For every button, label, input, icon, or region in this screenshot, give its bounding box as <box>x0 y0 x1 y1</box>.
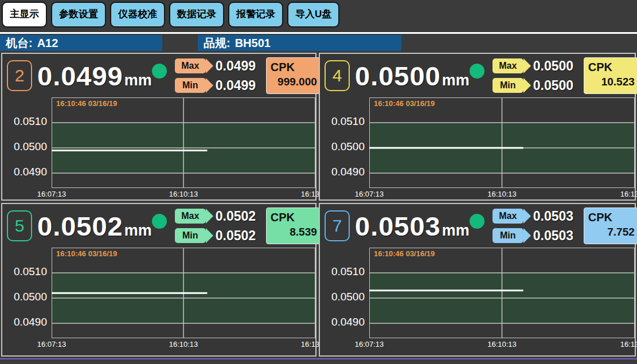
cpk-value: 8.539 <box>271 225 317 240</box>
tab-data-record[interactable]: 数据记录 <box>169 2 224 28</box>
panel-header: 5 0.0502 mm Max 0.0502 Min 0.0502 CPK 8.… <box>2 204 315 248</box>
min-value: 0.0503 <box>533 228 578 244</box>
cpk-value: 10.523 <box>588 75 635 89</box>
measurement-unit: mm <box>442 72 470 89</box>
measurement-value: 0.0502 mm <box>37 210 152 242</box>
min-value: 0.0500 <box>533 78 578 93</box>
panel-header: 2 0.0499 mm Max 0.0499 Min 0.0499 CPK 99… <box>2 54 315 97</box>
minmax-group: Max 0.0500 Min 0.0500 <box>493 58 578 93</box>
trend-chart: 0.0510 0.0500 0.0490 16:10:46 03/16/19 1… <box>2 248 315 355</box>
channel-panel: 2 0.0499 mm Max 0.0499 Min 0.0499 CPK 99… <box>1 53 316 201</box>
x-tick-label: 16:10:13 <box>169 340 198 349</box>
minmax-group: Max 0.0499 Min 0.0499 <box>175 58 260 93</box>
minmax-group: Max 0.0502 Min 0.0502 <box>175 209 260 244</box>
cpk-box: CPK 10.523 <box>584 57 637 94</box>
y-tick-label: 0.0500 <box>2 291 47 303</box>
channel-number: 5 <box>7 210 32 241</box>
panel-header: 4 0.0500 mm Max 0.0500 Min 0.0500 CPK 10… <box>320 54 635 97</box>
status-indicator <box>152 64 167 79</box>
measurement-unit: mm <box>442 222 470 240</box>
product-value: BH501 <box>235 37 271 50</box>
status-indicator <box>470 214 484 229</box>
machine-value: A12 <box>37 37 58 50</box>
x-tick-label: 16:07:13 <box>355 190 384 198</box>
channel-number: 4 <box>325 60 350 91</box>
y-tick-label: 0.0490 <box>2 316 47 328</box>
machine-label: 机台: <box>6 36 33 51</box>
y-tick-label: 0.0500 <box>2 140 47 153</box>
min-value: 0.0502 <box>216 228 260 244</box>
chart-timestamp: 16:10:46 03/16/19 <box>374 249 435 258</box>
measurement-number: 0.0502 <box>37 210 123 242</box>
channel-number: 7 <box>325 210 350 241</box>
trend-chart: 0.0510 0.0500 0.0490 16:10:46 03/16/19 1… <box>320 97 635 199</box>
tab-bar: 主显示 参数设置 仪器校准 数据记录 报警记录 导入U盘 <box>2 2 339 28</box>
max-badge: Max <box>493 58 523 73</box>
channel-panel: 4 0.0500 mm Max 0.0500 Min 0.0500 CPK 10… <box>319 53 636 201</box>
cpk-box: CPK 7.752 <box>584 208 637 244</box>
chart-timestamp: 16:10:46 03/16/19 <box>56 99 117 108</box>
chart-plot <box>52 248 315 338</box>
x-tick-label: 16:13:13 <box>620 340 637 349</box>
y-tick-label: 0.0510 <box>2 265 47 278</box>
x-tick-label: 16:07:13 <box>37 340 67 349</box>
chart-timestamp: 16:10:46 03/16/19 <box>56 249 117 258</box>
y-tick-label: 0.0500 <box>320 140 365 153</box>
tab-import-usb[interactable]: 导入U盘 <box>287 2 339 28</box>
max-badge: Max <box>175 209 206 224</box>
cpk-box: CPK 999.000 <box>266 57 322 94</box>
channel-panel: 5 0.0502 mm Max 0.0502 Min 0.0502 CPK 8.… <box>1 203 316 357</box>
max-badge: Max <box>175 58 206 73</box>
y-tick-label: 0.0510 <box>2 115 47 128</box>
chart-timestamp: 16:10:46 03/16/19 <box>374 99 435 108</box>
min-badge: Min <box>493 228 523 243</box>
max-value: 0.0500 <box>533 58 578 74</box>
measurement-unit: mm <box>124 72 152 89</box>
cpk-box: CPK 8.539 <box>266 208 322 244</box>
cpk-value: 999.000 <box>271 75 317 89</box>
channel-number: 2 <box>7 60 32 91</box>
tab-alarm-record[interactable]: 报警记录 <box>228 2 283 28</box>
cpk-label: CPK <box>588 210 635 225</box>
measurement-value: 0.0500 mm <box>355 60 470 92</box>
x-tick-label: 16:13:13 <box>620 190 637 198</box>
measurement-number: 0.0499 <box>37 60 123 92</box>
separator-line <box>0 32 637 34</box>
cpk-value: 7.752 <box>588 225 635 240</box>
measurement-value: 0.0499 mm <box>37 60 152 92</box>
tab-main-display[interactable]: 主显示 <box>2 2 47 28</box>
max-badge: Max <box>493 209 523 224</box>
trend-chart: 0.0510 0.0500 0.0490 16:10:46 03/16/19 1… <box>2 97 315 199</box>
min-badge: Min <box>175 78 206 93</box>
max-value: 0.0503 <box>533 209 578 224</box>
x-tick-label: 16:10:13 <box>169 190 198 198</box>
cpk-label: CPK <box>271 60 317 75</box>
tab-instrument-calibration[interactable]: 仪器校准 <box>110 2 165 28</box>
minmax-group: Max 0.0503 Min 0.0503 <box>493 209 578 244</box>
tab-parameter-settings[interactable]: 参数设置 <box>51 2 106 28</box>
chart-plot <box>52 97 315 188</box>
trend-chart: 0.0510 0.0500 0.0490 16:10:46 03/16/19 1… <box>320 248 635 355</box>
min-badge: Min <box>175 228 206 243</box>
y-tick-label: 0.0490 <box>2 166 47 178</box>
y-tick-label: 0.0490 <box>320 316 365 328</box>
measurement-number: 0.0503 <box>355 210 441 242</box>
max-value: 0.0502 <box>216 209 260 224</box>
y-tick-label: 0.0500 <box>320 291 365 303</box>
x-tick-label: 16:10:13 <box>487 190 517 198</box>
chart-plot <box>369 97 635 188</box>
x-tick-label: 16:07:13 <box>37 190 67 198</box>
y-tick-label: 0.0510 <box>320 265 365 278</box>
cpk-label: CPK <box>588 60 635 75</box>
machine-info-bar: 机台: A12 <box>0 35 162 51</box>
measurement-number: 0.0500 <box>355 60 441 92</box>
y-tick-label: 0.0490 <box>320 166 365 178</box>
channel-panel: 7 0.0503 mm Max 0.0503 Min 0.0503 CPK 7.… <box>319 203 636 357</box>
min-badge: Min <box>493 78 523 93</box>
max-value: 0.0499 <box>216 58 260 74</box>
product-label: 品规: <box>204 36 230 51</box>
status-indicator <box>152 214 167 229</box>
measurement-value: 0.0503 mm <box>355 210 470 242</box>
chart-plot <box>369 248 635 338</box>
x-tick-label: 16:10:13 <box>487 340 517 349</box>
